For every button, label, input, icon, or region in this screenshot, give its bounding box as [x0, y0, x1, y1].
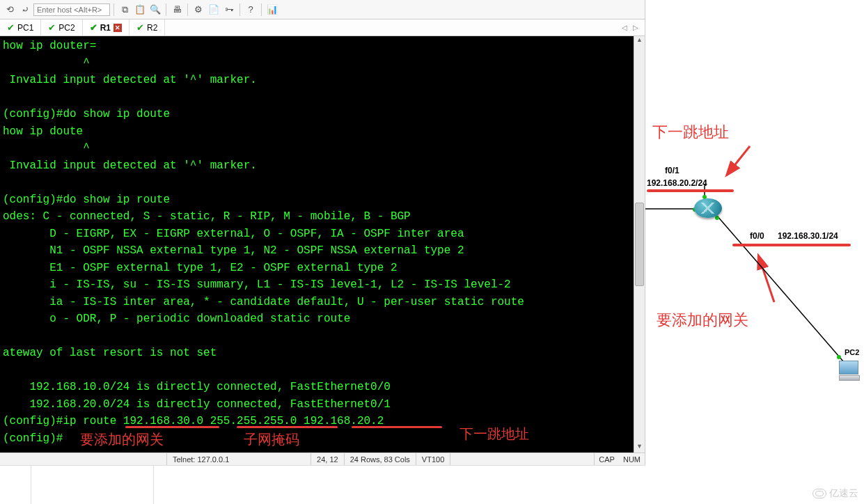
- status-size: 24 Rows, 83 Cols: [345, 453, 416, 465]
- tab-label: PC1: [17, 23, 33, 33]
- check-icon: ✔: [7, 23, 15, 32]
- annotation-underline: [647, 189, 734, 192]
- status-left: [0, 453, 167, 465]
- iface-bottom: f0/0: [750, 231, 764, 241]
- link-dot: [837, 355, 841, 359]
- check-icon: ✔: [48, 23, 56, 32]
- link-dot: [715, 216, 719, 220]
- help-icon[interactable]: ?: [244, 3, 258, 17]
- pc-label: PC2: [845, 348, 859, 356]
- grid-lines: [0, 465, 645, 504]
- pc-icon: [839, 361, 861, 383]
- tab-pc2[interactable]: ✔ PC2: [41, 19, 82, 36]
- arrow-icon: [645, 0, 864, 504]
- status-bar: Telnet: 127.0.0.1 24, 12 24 Rows, 83 Col…: [0, 452, 645, 465]
- toolbar-separator: [239, 3, 240, 16]
- toolbar-separator: [261, 3, 262, 16]
- net-bottom: 192.168.30.1/24: [778, 231, 838, 241]
- copy-icon[interactable]: ⧉: [118, 3, 132, 17]
- scroll-down-icon[interactable]: ▼: [634, 443, 645, 452]
- toolbar-separator: [113, 3, 114, 16]
- tab-pc1[interactable]: ✔ PC1: [0, 19, 41, 36]
- svg-line-1: [759, 257, 774, 302]
- status-num: NUM: [619, 453, 645, 465]
- status-cursor: 24, 12: [311, 453, 345, 465]
- terminal-wrap: how ip douter= ^ Invalid input detected …: [0, 36, 645, 452]
- app-window: ⟲ ⤾ ⧉ 📋 🔍 🖶 ⚙ 📄 🗝 ? 📊 ✔ PC1 ✔ PC2 ✔ R1 ✕: [0, 0, 645, 465]
- tab-label: R2: [147, 23, 157, 33]
- toolbar: ⟲ ⤾ ⧉ 📋 🔍 🖶 ⚙ 📄 🗝 ? 📊: [0, 0, 645, 19]
- status-emulation: VT100: [416, 453, 450, 465]
- toolbar-separator: [166, 3, 166, 16]
- tab-label: R1: [100, 23, 111, 33]
- status-spacer: [450, 453, 595, 465]
- terminal[interactable]: how ip douter= ^ Invalid input detected …: [0, 36, 634, 452]
- host-input[interactable]: [33, 3, 110, 16]
- annotation-gateway-topo: 要添加的网关: [657, 310, 748, 331]
- scrollbar[interactable]: ▲ ▼: [634, 36, 645, 452]
- watermark-text: 亿速云: [829, 487, 858, 500]
- router-icon: [694, 198, 722, 218]
- toolbar-separator: [187, 3, 188, 16]
- close-icon[interactable]: ✕: [113, 24, 122, 32]
- topology-panel: 下一跳地址 f0/1 192.168.20.2/24 f0/0 192.168.…: [645, 0, 864, 504]
- settings-icon[interactable]: ⚙: [191, 3, 205, 17]
- tab-r2[interactable]: ✔ R2: [129, 19, 165, 36]
- reconnect-icon[interactable]: ⟲: [3, 3, 17, 17]
- find-icon[interactable]: 🔍: [148, 3, 162, 17]
- chart-icon[interactable]: 📊: [265, 3, 279, 17]
- cloud-icon: [812, 489, 826, 498]
- tab-label: PC2: [58, 23, 74, 33]
- check-icon: ✔: [90, 23, 97, 32]
- annotation-nexthop-topo: 下一跳地址: [652, 122, 729, 143]
- refresh-icon[interactable]: ⤾: [18, 3, 32, 17]
- iface-top: f0/1: [665, 166, 680, 175]
- net-top: 192.168.20.2/24: [647, 178, 707, 188]
- tab-left-icon[interactable]: ◁: [620, 24, 629, 31]
- script-icon[interactable]: 📄: [207, 3, 221, 17]
- scroll-up-icon[interactable]: ▲: [634, 36, 645, 46]
- tab-r1[interactable]: ✔ R1 ✕: [83, 19, 129, 36]
- print-icon[interactable]: 🖶: [170, 3, 184, 17]
- paste-icon[interactable]: 📋: [133, 3, 147, 17]
- check-icon: ✔: [136, 23, 144, 32]
- scroll-thumb[interactable]: [635, 203, 644, 286]
- svg-line-0: [728, 146, 750, 174]
- keys-icon[interactable]: 🗝: [222, 3, 236, 17]
- status-connection: Telnet: 127.0.0.1: [167, 453, 311, 465]
- watermark: 亿速云: [812, 487, 858, 500]
- annotation-underline: [732, 244, 851, 246]
- tab-scroll-arrows: ◁ ▷: [620, 19, 645, 36]
- tab-bar: ✔ PC1 ✔ PC2 ✔ R1 ✕ ✔ R2 ◁ ▷: [0, 19, 645, 36]
- tab-right-icon[interactable]: ▷: [631, 24, 641, 31]
- status-cap: CAP: [595, 453, 619, 465]
